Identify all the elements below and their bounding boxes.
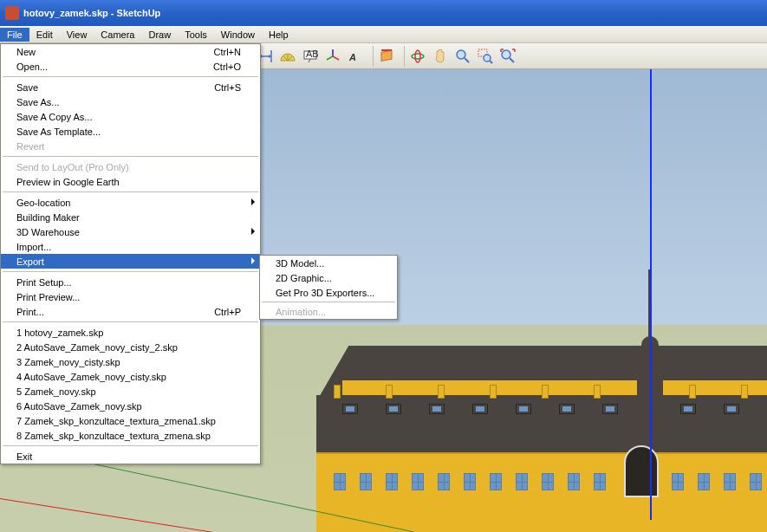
menu-shortcut: Ctrl+N bbox=[214, 47, 241, 57]
menu-view[interactable]: View bbox=[60, 28, 94, 42]
menu-item[interactable]: 1 hotovy_zamek.skp bbox=[1, 325, 260, 340]
submenu-item[interactable]: 3D Model... bbox=[260, 256, 397, 270]
menu-item-label: Save bbox=[16, 82, 38, 93]
menu-separator bbox=[3, 445, 258, 446]
menu-shortcut: Ctrl+O bbox=[213, 62, 241, 72]
menu-item-label: New bbox=[16, 47, 36, 57]
building-model bbox=[316, 315, 767, 532]
pan-icon[interactable] bbox=[430, 46, 451, 67]
menu-edit[interactable]: Edit bbox=[29, 28, 60, 42]
svg-point-15 bbox=[502, 50, 510, 59]
menu-item[interactable]: Print Setup... bbox=[1, 275, 260, 289]
menu-help[interactable]: Help bbox=[262, 28, 296, 42]
3dtext-icon[interactable]: A bbox=[345, 46, 366, 67]
menu-item-label: Revert bbox=[16, 141, 44, 152]
zoom-extents-icon[interactable] bbox=[497, 46, 518, 67]
svg-point-11 bbox=[415, 50, 420, 62]
menubar: FileEditViewCameraDrawToolsWindowHelp bbox=[0, 26, 767, 43]
menu-camera[interactable]: Camera bbox=[94, 28, 141, 42]
menu-item[interactable]: Print Preview... bbox=[1, 289, 260, 304]
menu-item: Send to LayOut (Pro Only) bbox=[1, 159, 260, 174]
menu-item[interactable]: 7 Zamek_skp_konzultace_textura_zmena1.sk… bbox=[1, 413, 260, 428]
menu-item[interactable]: Print...Ctrl+P bbox=[1, 304, 260, 319]
menu-item[interactable]: Geo-location bbox=[1, 195, 260, 210]
menu-item-label: 6 AutoSave_Zamek_novy.skp bbox=[16, 401, 142, 412]
axis-red bbox=[0, 498, 342, 532]
menu-item[interactable]: Preview in Google Earth bbox=[1, 174, 260, 189]
menu-item[interactable]: 3 Zamek_novy_cisty.skp bbox=[1, 354, 260, 369]
axes-icon[interactable] bbox=[322, 46, 343, 67]
menu-draw[interactable]: Draw bbox=[141, 28, 178, 42]
menu-window[interactable]: Window bbox=[214, 28, 262, 42]
orbit-icon[interactable] bbox=[407, 46, 428, 67]
zoom-window-icon[interactable] bbox=[475, 46, 496, 67]
menu-item[interactable]: 3D Warehouse bbox=[1, 224, 260, 239]
menu-item: Revert bbox=[1, 139, 260, 153]
export-submenu: 3D Model...2D Graphic...Get Pro 3D Expor… bbox=[259, 255, 398, 320]
menu-item-label: 8 Zamek_skp_konzultace_textura_zmena.skp bbox=[16, 431, 211, 441]
menu-item-label: Print... bbox=[16, 307, 44, 317]
menu-item-label: Export bbox=[16, 256, 44, 267]
menu-file[interactable]: File bbox=[0, 28, 29, 42]
menu-item-label: Print Setup... bbox=[16, 277, 72, 288]
menu-shortcut: Ctrl+P bbox=[214, 307, 241, 317]
submenu-arrow-icon bbox=[251, 228, 255, 235]
svg-point-12 bbox=[457, 50, 465, 59]
menu-item-label: Print Preview... bbox=[16, 292, 80, 302]
menu-item[interactable]: SaveCtrl+S bbox=[1, 80, 260, 94]
menu-item-label: 2 AutoSave_Zamek_novy_cisty_2.skp bbox=[16, 342, 178, 353]
submenu-arrow-icon bbox=[251, 257, 255, 264]
protractor-icon[interactable] bbox=[277, 46, 298, 67]
menu-item-label: Save As... bbox=[16, 97, 60, 107]
menu-item[interactable]: Save As Template... bbox=[1, 124, 260, 139]
menu-tools[interactable]: Tools bbox=[178, 28, 214, 42]
menu-item-label: Geo-location bbox=[16, 198, 70, 208]
svg-rect-9 bbox=[381, 50, 392, 61]
file-menu-dropdown: NewCtrl+NOpen...Ctrl+OSaveCtrl+SSave As.… bbox=[0, 43, 261, 464]
menu-item[interactable]: Exit bbox=[1, 449, 260, 464]
menu-item-label: Save As Template... bbox=[16, 127, 101, 137]
submenu-arrow-icon bbox=[251, 198, 255, 205]
menu-item-label: 7 Zamek_skp_konzultace_textura_zmena1.sk… bbox=[16, 416, 216, 426]
menu-separator bbox=[3, 191, 258, 192]
menu-item[interactable]: 5 Zamek_novy.skp bbox=[1, 384, 260, 399]
section-plane-icon[interactable] bbox=[376, 46, 397, 67]
submenu-item: Animation... bbox=[260, 304, 397, 319]
menu-separator bbox=[3, 271, 258, 272]
app-icon bbox=[5, 6, 19, 20]
menu-item[interactable]: Export bbox=[1, 254, 260, 269]
zoom-icon[interactable] bbox=[452, 46, 473, 67]
menu-shortcut: Ctrl+S bbox=[214, 82, 241, 93]
menu-item-label: Open... bbox=[16, 62, 48, 72]
menu-item-label: Exit bbox=[16, 451, 32, 462]
submenu-item[interactable]: 2D Graphic... bbox=[260, 270, 397, 285]
menu-item[interactable]: Import... bbox=[1, 239, 260, 254]
menu-item[interactable]: 2 AutoSave_Zamek_novy_cisty_2.skp bbox=[1, 340, 260, 354]
menu-separator bbox=[3, 76, 258, 77]
menu-item-label: Save A Copy As... bbox=[16, 112, 92, 122]
menu-item[interactable]: 4 AutoSave_Zamek_novy_cisty.skp bbox=[1, 369, 260, 384]
menu-item-label: Send to LayOut (Pro Only) bbox=[16, 162, 129, 172]
text-icon[interactable]: ABC bbox=[300, 46, 321, 67]
menu-item[interactable]: Save A Copy As... bbox=[1, 109, 260, 124]
menu-item-label: 5 Zamek_novy.skp bbox=[16, 386, 96, 397]
submenu-item[interactable]: Get Pro 3D Exporters... bbox=[260, 285, 397, 300]
menu-item[interactable]: NewCtrl+N bbox=[1, 44, 260, 59]
menu-item-label: 4 AutoSave_Zamek_novy_cisty.skp bbox=[16, 372, 166, 382]
svg-text:ABC: ABC bbox=[306, 49, 319, 59]
menu-item-label: 1 hotovy_zamek.skp bbox=[16, 328, 103, 338]
menu-separator bbox=[262, 302, 395, 302]
svg-text:A: A bbox=[348, 52, 356, 62]
toolbar-separator bbox=[368, 46, 374, 67]
menu-item[interactable]: Save As... bbox=[1, 94, 260, 109]
menu-item-label: Preview in Google Earth bbox=[16, 177, 120, 187]
window-title: hotovy_zamek.skp - SketchUp bbox=[23, 8, 160, 18]
menu-item[interactable]: Building Maker bbox=[1, 210, 260, 224]
toolbar-separator bbox=[400, 46, 405, 67]
titlebar: hotovy_zamek.skp - SketchUp bbox=[0, 0, 767, 26]
menu-item[interactable]: Open...Ctrl+O bbox=[1, 59, 260, 74]
menu-item[interactable]: 8 Zamek_skp_konzultace_textura_zmena.skp bbox=[1, 428, 260, 443]
menu-item[interactable]: 6 AutoSave_Zamek_novy.skp bbox=[1, 399, 260, 413]
menu-item-label: Import... bbox=[16, 242, 51, 252]
menu-separator bbox=[3, 321, 258, 322]
